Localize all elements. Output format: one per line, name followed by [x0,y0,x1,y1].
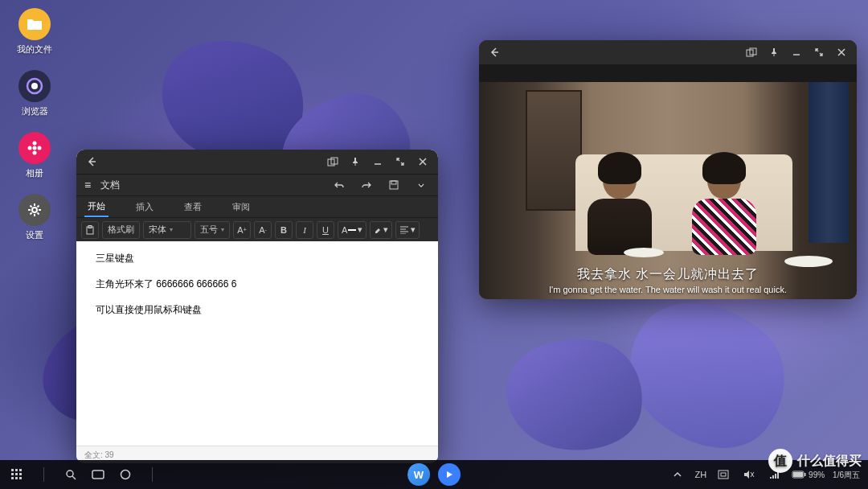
svg-rect-32 [775,474,776,479]
svg-rect-29 [721,473,726,476]
word-count: 全文: 39 [84,450,114,461]
multiwindow-icon[interactable] [324,153,342,171]
svg-rect-28 [719,471,728,479]
redo-icon[interactable] [358,176,375,194]
tab-review[interactable]: 审阅 [229,198,253,216]
gear-icon [18,194,51,226]
clipboard-icon[interactable] [81,221,99,239]
save-icon[interactable] [385,176,403,194]
editor-tabs: 开始 插入 查看 审阅 [76,196,438,217]
svg-rect-17 [15,469,18,471]
svg-rect-19 [11,473,14,475]
svg-point-25 [67,471,73,477]
folder-icon [18,8,51,40]
svg-rect-16 [11,469,14,471]
svg-point-7 [32,208,37,212]
svg-rect-36 [805,473,806,476]
font-family-select[interactable]: 宋体▾ [143,221,191,239]
svg-rect-31 [772,475,774,479]
expand-icon[interactable] [412,176,430,194]
minimize-icon[interactable] [369,153,387,171]
editor-second-bar: ≡ 文档 [76,174,438,196]
apps-grid-icon[interactable] [8,466,26,483]
text-line: 可以直接使用鼠标和键盘 [96,302,419,317]
taskbar: W ZH 99% 1/6周五 [0,460,868,489]
minimize-icon[interactable] [788,43,805,61]
desktop-icon-label: 浏览器 [22,105,48,117]
menu-icon[interactable]: ≡ [84,179,91,191]
desktop-icon-files[interactable]: 我的文件 [12,8,57,55]
svg-rect-18 [19,469,22,471]
tab-insert[interactable]: 插入 [133,198,157,216]
desktop-icon-gallery[interactable]: 相册 [12,132,57,179]
highlight-button[interactable]: ▾ [370,221,392,239]
watermark: 值 什么值得买 [768,449,862,473]
undo-icon[interactable] [330,176,348,194]
taskbar-app-wps[interactable]: W [407,463,430,486]
volume-mute-icon[interactable] [740,466,758,483]
close-icon[interactable] [833,43,850,61]
svg-rect-21 [19,473,22,475]
desktop-icon-label: 设置 [26,229,43,241]
ime-indicator[interactable]: ZH [694,470,706,479]
pin-icon[interactable] [765,43,783,61]
back-icon[interactable] [485,43,503,61]
subtitle-en: I'm gonna get the water. The water will … [479,285,857,294]
svg-rect-22 [11,477,14,479]
back-icon[interactable] [83,153,100,171]
font-size-select[interactable]: 五号▾ [194,221,230,239]
decrease-font-button[interactable]: A- [254,221,272,239]
svg-point-3 [33,142,37,146]
editor-titlebar[interactable] [76,150,438,174]
font-color-button[interactable]: A▾ [338,221,366,239]
maximize-icon[interactable] [391,153,409,171]
browser-icon [18,70,51,102]
svg-point-1 [31,83,38,89]
video-titlebar[interactable] [479,40,857,64]
video-window: 我去拿水 水一会儿就冲出去了 I'm gonna get the water. … [479,40,857,299]
svg-point-6 [38,146,42,150]
svg-rect-33 [777,472,779,479]
svg-point-2 [33,146,37,150]
multiwindow-icon[interactable] [743,43,760,61]
svg-rect-26 [92,471,104,479]
text-line: 三星键盘 [96,251,419,265]
watermark-text: 什么值得买 [797,453,862,470]
video-content[interactable]: 我去拿水 水一会儿就冲出去了 I'm gonna get the water. … [479,82,857,299]
document-title: 文档 [100,179,120,192]
text-line: 主角光环来了 6666666 666666 6 [96,277,419,291]
desktop-icon-label: 我的文件 [17,43,52,55]
recents-icon[interactable] [89,466,107,483]
desktop-icon-settings[interactable]: 设置 [12,194,57,241]
increase-font-button[interactable]: A+ [233,221,251,239]
tab-start[interactable]: 开始 [84,197,108,217]
tab-view[interactable]: 查看 [181,198,205,216]
align-button[interactable]: ▾ [395,221,420,239]
desktop-icon-browser[interactable]: 浏览器 [12,70,57,117]
desktop-icons: 我的文件 浏览器 相册 设置 [12,8,57,241]
maximize-icon[interactable] [810,43,828,61]
italic-button[interactable]: I [296,221,313,239]
svg-point-5 [28,146,32,150]
pin-icon[interactable] [346,153,364,171]
svg-rect-30 [770,477,772,479]
home-icon[interactable] [117,466,134,483]
taskbar-app-video[interactable] [438,463,461,486]
svg-point-4 [33,151,37,155]
chevron-up-icon[interactable] [669,466,686,483]
editor-page[interactable]: 三星键盘 主角光环来了 6666666 666666 6 可以直接使用鼠标和键盘 [76,241,438,446]
desktop-icon-label: 相册 [26,167,43,179]
svg-point-27 [121,471,130,479]
bold-button[interactable]: B [275,221,293,239]
editor-format-bar: 格式刷 宋体▾ 五号▾ A+ A- B I U A▾ ▾ ▾ [76,217,438,241]
video-top-bar [479,64,857,82]
svg-rect-20 [15,473,18,475]
svg-rect-23 [15,477,18,479]
search-icon[interactable] [62,466,80,483]
watermark-badge-icon: 值 [768,449,792,473]
underline-button[interactable]: U [317,221,334,239]
close-icon[interactable] [414,153,432,171]
subtitle-cn: 我去拿水 水一会儿就冲出去了 [479,266,857,283]
screenshot-icon[interactable] [714,466,732,483]
format-brush-button[interactable]: 格式刷 [102,221,140,239]
